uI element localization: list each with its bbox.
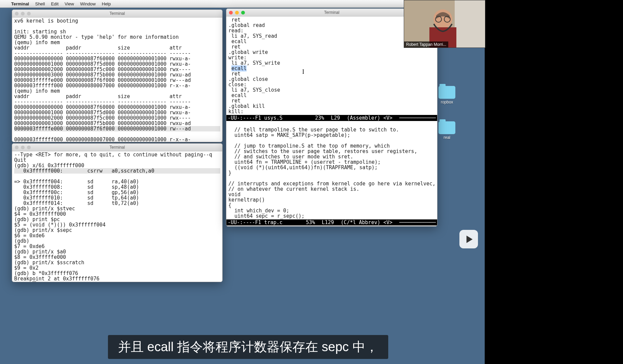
- letterbox-right: [485, 0, 623, 364]
- menu-app[interactable]: Terminal: [8, 1, 32, 6]
- webcam-overlay: Robert Tappan Morri...: [404, 0, 485, 48]
- window-title: Terminal: [12, 11, 222, 16]
- desktop-folder-real[interactable]: real: [438, 121, 455, 140]
- play-button[interactable]: [459, 230, 478, 248]
- emacs-status-usys: -UU-:----F1 usys.S 23% L29 (Assembler) <…: [226, 115, 437, 121]
- emacs-status-trap: -UU-:----F1 trap.c 53% L129 (C/*l Abbrev…: [226, 219, 437, 225]
- terminal-content[interactable]: xv6 kernel is booting init: starting sh …: [12, 18, 222, 142]
- svg-rect-1: [455, 0, 485, 48]
- menu-shell[interactable]: Shell: [32, 1, 48, 6]
- text-cursor-icon: I: [302, 68, 304, 75]
- folder-icon: [438, 121, 455, 134]
- terminal-window-gdb[interactable]: Terminal --Type <RET> for more, q to qui…: [12, 143, 223, 282]
- subtitle-caption: 并且 ecall 指令将程序计数器保存在 sepc 中，: [108, 335, 388, 359]
- terminal-window-qemu[interactable]: Terminal xv6 kernel is booting init: sta…: [12, 9, 223, 142]
- folder-label: real: [444, 135, 450, 140]
- menu-edit[interactable]: Edit: [48, 1, 61, 6]
- emacs-pane-trap[interactable]: // tell trampoline.S the user page table…: [226, 121, 437, 219]
- menu-window[interactable]: Window: [77, 1, 99, 6]
- webcam-name: Robert Tappan Morri...: [404, 41, 448, 48]
- terminal-content[interactable]: --Type <RET> for more, q to quit, c to c…: [12, 151, 222, 282]
- folder-label: ropbox: [441, 100, 453, 104]
- person-icon: [404, 0, 485, 48]
- desktop-folder-dropbox[interactable]: ropbox: [438, 86, 455, 104]
- menu-view[interactable]: View: [62, 1, 77, 6]
- window-title: Terminal: [12, 145, 222, 150]
- titlebar[interactable]: Terminal: [12, 10, 222, 18]
- folder-icon: [438, 86, 455, 99]
- titlebar[interactable]: Terminal: [12, 144, 222, 151]
- menu-help[interactable]: Help: [99, 1, 114, 6]
- desktop: Terminal Shell Edit View Window Help ↺ ⟡…: [0, 0, 485, 364]
